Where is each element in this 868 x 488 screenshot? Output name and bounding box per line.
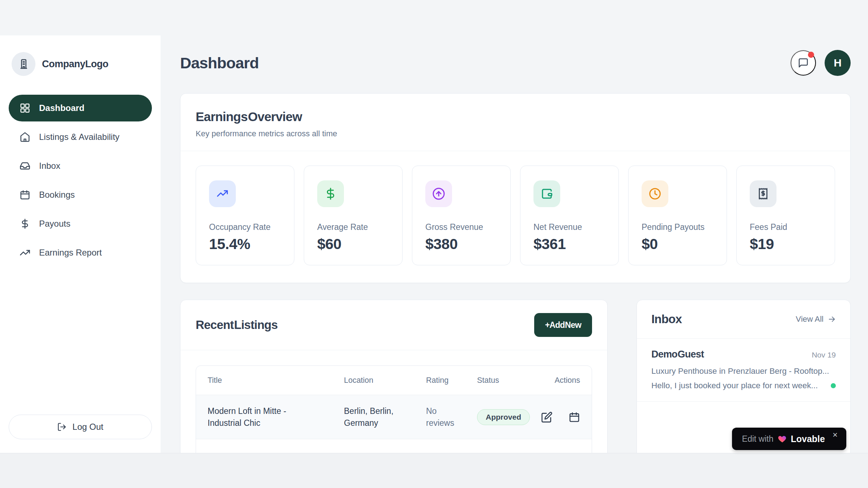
view-all-label: View All (796, 314, 824, 324)
metric-value: $60 (317, 236, 389, 253)
listing-actions (537, 411, 580, 423)
metric-card-occupancy-rate: Occupancy Rate 15.4% (196, 166, 294, 265)
page-title: Dashboard (180, 54, 259, 72)
header-actions: H (791, 50, 851, 76)
metric-card-pending-payouts: Pending Payouts $0 (628, 166, 727, 265)
lovable-heart-icon (778, 434, 787, 444)
column-header-location: Location (344, 376, 426, 385)
metric-label: Fees Paid (750, 222, 822, 232)
sidebar-item-payouts[interactable]: Payouts (9, 210, 152, 237)
column-header-status: Status (477, 376, 537, 385)
company-logo: CompanyLogo (9, 52, 152, 76)
calendar-icon (20, 189, 30, 200)
metric-label: Occupancy Rate (209, 222, 281, 232)
trending-up-icon (209, 180, 236, 207)
message-subject: Luxury Penthouse in Prenzlauer Berg - Ro… (651, 367, 836, 376)
sidebar-item-listings[interactable]: Listings & Availability (9, 124, 152, 150)
calendar-icon (569, 411, 580, 423)
table-header-row: Title Location Rating Status Actions (196, 366, 592, 395)
inbox-message[interactable]: Demo Guest Nov 19 Luxury Penthouse in Pr… (637, 339, 850, 402)
sidebar-item-label: Inbox (39, 161, 60, 171)
add-new-button[interactable]: + Add New (534, 313, 592, 337)
sidebar-nav: Dashboard Listings & Availability Inbox (9, 95, 152, 268)
metric-value: $0 (642, 236, 714, 253)
sidebar-item-inbox[interactable]: Inbox (9, 153, 152, 179)
edit-icon (541, 411, 553, 423)
close-icon[interactable]: × (833, 431, 838, 439)
metric-label: Average Rate (317, 222, 389, 232)
grid-icon (20, 103, 30, 114)
lovable-badge-brand: Lovable (791, 434, 825, 444)
recent-listings-title: Recent Listings (196, 318, 277, 332)
earnings-overview-header: Earnings Overview Key performance metric… (180, 94, 850, 151)
column-header-actions: Actions (537, 376, 580, 385)
arrow-right-icon (828, 315, 836, 323)
avatar[interactable]: H (825, 50, 851, 76)
notification-dot (808, 52, 814, 58)
message-header: Demo Guest Nov 19 (651, 349, 836, 360)
company-logo-label: CompanyLogo (42, 59, 109, 70)
metric-value: $361 (533, 236, 605, 253)
building-icon (12, 52, 35, 76)
message-preview: Hello, I just booked your place for next… (651, 381, 818, 390)
home-icon (20, 132, 30, 142)
receipt-icon (750, 180, 776, 207)
sidebar-item-earnings-report[interactable]: Earnings Report (9, 239, 152, 266)
metric-value: 15.4% (209, 236, 281, 253)
logout-label: Log Out (72, 422, 103, 432)
unread-indicator-dot (831, 383, 836, 388)
clock-icon (642, 180, 668, 207)
sidebar-item-label: Bookings (39, 190, 75, 200)
inbox-icon (20, 160, 30, 171)
inbox-header: Inbox View All (637, 300, 850, 338)
metric-value: $19 (750, 236, 822, 253)
metric-card-net-revenue: Net Revenue $361 (520, 166, 619, 265)
message-date: Nov 19 (812, 351, 836, 359)
main-header: Dashboard H (180, 50, 851, 76)
message-sender: Demo Guest (651, 349, 704, 360)
listing-title: Modern Loft in Mitte - Industrial Chic (208, 405, 316, 428)
view-all-link[interactable]: View All (796, 314, 836, 324)
circle-arrow-up-icon (425, 180, 452, 207)
sidebar-item-label: Earnings Report (39, 248, 102, 258)
logout-button[interactable]: Log Out (9, 415, 152, 439)
earnings-overview-card: Earnings Overview Key performance metric… (180, 93, 851, 283)
dollar-sign-icon (317, 180, 344, 207)
recent-listings-header: Recent Listings + Add New (180, 300, 607, 350)
listing-status-cell: Approved (477, 409, 537, 425)
earnings-overview-subtitle: Key performance metrics across all time (196, 129, 835, 138)
logout-icon (57, 422, 67, 432)
sidebar-item-label: Dashboard (39, 103, 84, 113)
table-row[interactable]: Modern Loft in Mitte - Industrial Chic B… (196, 395, 592, 439)
listing-rating: No reviews (426, 405, 466, 428)
lovable-badge-prefix: Edit with (742, 434, 774, 444)
earnings-overview-title: Earnings Overview (196, 110, 835, 124)
inbox-title: Inbox (651, 312, 682, 326)
metrics-row: Occupancy Rate 15.4% Average Rate $60 (180, 151, 850, 283)
message-square-icon (798, 57, 809, 68)
metric-label: Gross Revenue (425, 222, 497, 232)
sidebar: CompanyLogo Dashboard Listings & Availab… (0, 35, 161, 453)
avatar-initial: H (834, 57, 842, 69)
dollar-sign-icon (20, 218, 30, 229)
message-preview-row: Hello, I just booked your place for next… (651, 381, 836, 390)
column-header-title: Title (208, 376, 344, 385)
edit-listing-button[interactable] (541, 411, 553, 423)
main-content: Dashboard H Earnings Overview Key perfor… (180, 35, 851, 488)
lovable-badge[interactable]: Edit with Lovable × (732, 428, 846, 450)
sidebar-item-dashboard[interactable]: Dashboard (9, 95, 152, 121)
status-badge: Approved (477, 409, 530, 425)
metric-value: $380 (425, 236, 497, 253)
page-background-strip (0, 453, 868, 488)
sidebar-item-bookings[interactable]: Bookings (9, 181, 152, 208)
trending-up-icon (20, 247, 30, 258)
chat-button[interactable] (791, 50, 816, 76)
sidebar-item-label: Payouts (39, 219, 71, 229)
metric-card-fees-paid: Fees Paid $19 (736, 166, 835, 265)
metric-card-gross-revenue: Gross Revenue $380 (412, 166, 511, 265)
wallet-icon (533, 180, 560, 207)
sidebar-item-label: Listings & Availability (39, 132, 119, 142)
metric-label: Pending Payouts (642, 222, 714, 232)
calendar-listing-button[interactable] (569, 411, 580, 423)
metric-card-average-rate: Average Rate $60 (304, 166, 403, 265)
